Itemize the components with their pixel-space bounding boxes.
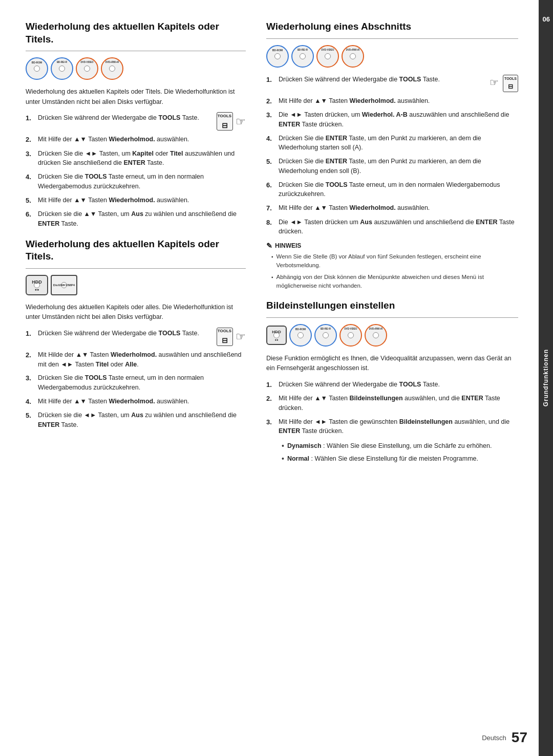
section2-steps: 1. Drücken Sie während der Wiedergabe di… bbox=[26, 329, 246, 430]
section-bildeinstellungen-divider bbox=[266, 317, 518, 318]
section-repeat-segment-title: Wiederholung eines Abschnitts bbox=[266, 20, 518, 33]
step-2-1: 1. Drücken Sie während der Wiedergabe di… bbox=[26, 329, 246, 346]
bullet-normal: Normal : Wählen Sie diese Einstellung fü… bbox=[282, 454, 518, 464]
footer-language: Deutsch bbox=[482, 734, 506, 742]
bd-re-r-icon-b: BD-RE/-R bbox=[314, 324, 337, 347]
section-bildeinstellungen: Bildeinstellungen einstellen HDD ●● BD-R… bbox=[266, 299, 518, 464]
section-repeat-segment: Wiederholung eines Abschnitts BD-ROM BD-… bbox=[266, 20, 518, 290]
sidebar-tab: 06 Grundfunktionen bbox=[539, 0, 553, 756]
bd-re-r-icon-r: BD-RE/-R bbox=[291, 45, 314, 68]
step-r6: 6. Drücken Sie die TOOLS Taste erneut, u… bbox=[266, 180, 518, 200]
bd-re-r-icon: BD-RE/-R bbox=[51, 57, 73, 80]
dvd-video-icon-b: DVD-VIDEO bbox=[339, 324, 362, 347]
section-repeat-chapter-1: Wiederholung des aktuellen Kapitels oder… bbox=[26, 20, 246, 229]
step-1-2: 2. Mit Hilfe der ▲▼ Tasten Wiederholmod.… bbox=[26, 135, 246, 145]
section1-intro: Wiederholung des aktuellen Kapitels oder… bbox=[26, 87, 246, 107]
bullet-dynamisch: Dynamisch : Wählen Sie diese Einstellung… bbox=[282, 441, 518, 451]
right-column: Wiederholung eines Abschnitts BD-ROM BD-… bbox=[261, 20, 518, 736]
footer-page-number: 57 bbox=[512, 729, 527, 746]
hinweis-box: ✎ HINWEIS Wenn Sie die Stelle (B) vor Ab… bbox=[266, 242, 518, 290]
step-b1: 1. Drücken Sie während der Wiedergabe di… bbox=[266, 380, 518, 390]
section2-title: Wiederholung des aktuellen Kapitels oder… bbox=[26, 238, 246, 263]
bildeinstellungen-icon-row: HDD ●● BD-ROM BD-RE/-R DVD-VIDEO DVD+RW/… bbox=[266, 324, 518, 347]
step-1-4: 4. Drücken Sie die TOOLS Taste erneut, u… bbox=[26, 172, 246, 191]
step-1-5: 5. Mit Hilfe der ▲▼ Tasten Wiederholmod.… bbox=[26, 196, 246, 206]
dvd-video-icon-r: DVD-VIDEO bbox=[316, 45, 339, 68]
dvdrw-icon: DVD+RW/+R bbox=[101, 57, 123, 80]
section1-title: Wiederholung des aktuellen Kapitels oder… bbox=[26, 20, 246, 46]
hinweis-list: Wenn Sie die Stelle (B) vor Ablauf von f… bbox=[266, 252, 518, 290]
step-r5: 5. Drücken Sie die ENTER Taste, um den P… bbox=[266, 157, 518, 176]
step-r2: 2. Mit Hilfe der ▲▼ Tasten Wiederholmod.… bbox=[266, 96, 518, 106]
section-bildeinstellungen-title: Bildeinstellungen einstellen bbox=[266, 299, 518, 312]
hinweis-item-1: Wenn Sie die Stelle (B) vor Ablauf von f… bbox=[271, 252, 518, 270]
dvdrw-icon-b: DVD+RW/+R bbox=[365, 324, 387, 347]
main-content: Wiederholung des aktuellen Kapitels oder… bbox=[0, 0, 539, 756]
step-b2: 2. Mit Hilfe der ▲▼ Tasten Bildeinstellu… bbox=[266, 394, 518, 413]
tools-icon-1: TOOLS ⊟ bbox=[217, 112, 233, 131]
section2-intro: Wiederholung des aktuellen Kapitels oder… bbox=[26, 303, 246, 322]
hdd-icon: HDD ●● bbox=[26, 275, 48, 295]
section1-icon-row: BD-ROM BD-RE/-R DVD-VIDEO DVD+RW/+R bbox=[26, 57, 246, 80]
sidebar-chapter-number: 06 bbox=[543, 15, 550, 23]
hdd-icon-b: HDD ●● bbox=[266, 326, 287, 345]
step-2-3: 3. Drücken Sie die TOOLS Taste erneut, u… bbox=[26, 373, 246, 393]
step-b3: 3. Mit Hilfe der ◄► Tasten die gewünscht… bbox=[266, 417, 518, 437]
step-1-3: 3. Drücken Sie die ◄► Tasten, um Kapitel… bbox=[26, 149, 246, 168]
hinweis-title: ✎ HINWEIS bbox=[266, 242, 518, 250]
step-2-2: 2. Mit Hilde der ▲▼ Tasten Wiederholmod.… bbox=[26, 350, 246, 370]
bd-rom-icon: BD-ROM bbox=[26, 57, 48, 80]
left-column: Wiederholung des aktuellen Kapitels oder… bbox=[26, 20, 261, 736]
section1-steps: 1. Drücken Sie während der Wiedergabe di… bbox=[26, 113, 246, 229]
step-r3: 3. Die ◄► Tasten drücken, um Wiederhol. … bbox=[266, 110, 518, 129]
bildeinstellungen-steps: 1. Drücken Sie während der Wiedergabe di… bbox=[266, 380, 518, 437]
bd-rom-icon-b: BD-ROM bbox=[289, 324, 312, 347]
section-repeat-segment-divider bbox=[266, 38, 518, 39]
section1-divider bbox=[26, 51, 246, 51]
section-repeat-segment-icons: BD-ROM BD-RE/-R DVD-VIDEO DVD+RW/+R bbox=[266, 45, 518, 68]
step-r4: 4. Drücken Sie die ENTER Taste, um den P… bbox=[266, 134, 518, 153]
section2-icon-row: HDD ●● DivX/MKV/MP4 bbox=[26, 275, 246, 295]
pencil-icon: ✎ bbox=[266, 242, 272, 250]
step-r7: 7. Mit Hilfe der ▲▼ Tasten Wiederholmod.… bbox=[266, 203, 518, 213]
step-1-6: 6. Drücken sie die ▲▼ Tasten, um Aus zu … bbox=[26, 209, 246, 229]
bd-rom-icon-r: BD-ROM bbox=[266, 45, 289, 68]
dvd-video-icon: DVD-VIDEO bbox=[76, 57, 98, 80]
page-footer: Deutsch 57 bbox=[482, 729, 527, 746]
hinweis-item-2: Abhängig von der Disk können die Menüpun… bbox=[271, 273, 518, 291]
section-repeat-chapter-2: Wiederholung des aktuellen Kapitels oder… bbox=[26, 238, 246, 430]
step-2-4: 4. Mit Hilfe der ▲▼ Tasten Wiederholmod.… bbox=[26, 397, 246, 407]
page: 06 Grundfunktionen Wiederholung des aktu… bbox=[0, 0, 553, 756]
bildeinstellungen-bullets: Dynamisch : Wählen Sie diese Einstellung… bbox=[276, 441, 518, 464]
divx-icon: DivX/MKV/MP4 bbox=[51, 275, 77, 295]
section2-divider bbox=[26, 268, 246, 269]
section-repeat-segment-steps: 1. Drücken Sie während der Wiedergabe TO… bbox=[266, 75, 518, 237]
bildeinstellungen-intro: Diese Funktion ermöglicht es Ihnen, die … bbox=[266, 354, 518, 374]
tools-icon-r1: TOOLS ⊟ bbox=[503, 75, 518, 92]
tools-icon-2: TOOLS ⊟ bbox=[217, 328, 233, 346]
step-r1: 1. Drücken Sie während der Wiedergabe TO… bbox=[266, 75, 518, 92]
dvdrw-icon-r: DVD+RW/+R bbox=[342, 45, 364, 68]
sidebar-label: Grundfunktionen bbox=[542, 349, 549, 406]
step-2-5: 5. Drücken sie die ◄► Tasten, um Aus zu … bbox=[26, 411, 246, 430]
step-1-1: 1. Drücken Sie während der Wiedergabe di… bbox=[26, 113, 246, 131]
step-r8: 8. Die ◄► Tasten drücken um Aus auszuwäh… bbox=[266, 218, 518, 237]
